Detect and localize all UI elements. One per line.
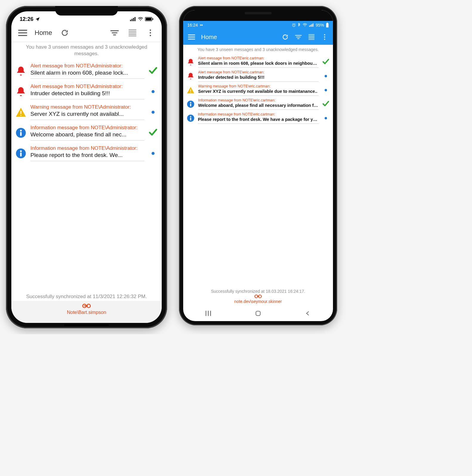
menu-button[interactable] (14, 26, 31, 39)
bell-icon (16, 86, 26, 97)
acknowledged-icon (322, 58, 329, 66)
android-nav-bar (183, 307, 333, 321)
svg-point-19 (150, 30, 151, 31)
message-text: Welcome aboard, please find all necessar… (198, 103, 318, 108)
battery-percent: 95% (316, 23, 324, 27)
message-body: Alert message from NOTE\eric.cartman:Sil… (198, 56, 319, 68)
message-status (148, 128, 158, 137)
svg-rect-69 (256, 311, 260, 315)
message-type-icon (15, 127, 27, 138)
list-lines-icon (128, 29, 137, 36)
recents-button[interactable] (205, 310, 212, 318)
message-status (148, 90, 158, 93)
info-icon (187, 114, 195, 122)
message-row[interactable]: Alert message from NOTE\eric.cartman:Int… (183, 68, 333, 82)
sync-indicator-icon (200, 23, 203, 27)
ios-home-indicator[interactable] (64, 324, 109, 326)
message-from: Warning message from NOTE\eric.cartman: (198, 84, 318, 88)
bell-icon (187, 72, 195, 80)
message-type-icon (15, 148, 27, 159)
samsung-device-frame: 16:24 95% Home (179, 6, 337, 325)
message-text: Server XYZ is currently not available du… (198, 89, 318, 94)
message-row[interactable]: Alert message from NOTE\Administrator:In… (11, 81, 162, 101)
message-row[interactable]: Information message from NOTE\Administra… (11, 122, 162, 142)
info-icon (187, 100, 195, 108)
message-body: Information message from NOTE\eric.cartm… (198, 98, 319, 110)
summary-text: You have 3 unseen messages and 3 unackno… (183, 45, 333, 54)
link-icon (82, 303, 91, 309)
menu-button[interactable] (185, 30, 198, 44)
hamburger-icon (188, 34, 195, 40)
message-row[interactable]: Warning message from NOTE\eric.cartman:S… (183, 82, 333, 96)
svg-rect-37 (311, 24, 312, 27)
list-lines-icon (308, 34, 315, 40)
more-button[interactable] (142, 26, 159, 39)
android-screen: 16:24 95% Home (183, 10, 333, 321)
message-type-icon (186, 86, 195, 94)
wifi-icon (138, 17, 143, 21)
message-type-icon (15, 86, 27, 97)
connection-link[interactable]: note.dev\seymour.skinner (183, 294, 333, 307)
message-row[interactable]: Information message from NOTE\eric.cartm… (183, 96, 333, 110)
connection-link[interactable]: Note\Bart.simpson (11, 303, 162, 315)
svg-point-34 (305, 26, 305, 27)
svg-rect-22 (21, 111, 21, 114)
more-button[interactable] (318, 30, 331, 44)
page-title: Home (32, 29, 55, 37)
filter-button[interactable] (106, 26, 123, 39)
kebab-icon (324, 34, 326, 40)
acknowledged-icon (322, 101, 329, 108)
message-from: Alert message from NOTE\Administrator: (30, 63, 143, 69)
battery-icon (145, 17, 153, 21)
message-status (148, 152, 158, 155)
svg-point-25 (20, 130, 22, 131)
android-message-list[interactable]: Alert message from NOTE\eric.cartman:Sil… (183, 54, 333, 124)
message-status (148, 111, 158, 114)
svg-rect-7 (152, 18, 153, 20)
svg-rect-56 (190, 92, 191, 93)
warning-icon (187, 86, 195, 94)
home-button[interactable] (255, 310, 261, 318)
svg-rect-0 (130, 20, 131, 21)
message-row[interactable]: Alert message from NOTE\Administrator:Si… (11, 60, 162, 81)
refresh-button[interactable] (56, 26, 73, 39)
back-button[interactable] (305, 310, 311, 318)
cellular-signal-icon (309, 23, 314, 27)
home-nav-icon (255, 310, 261, 317)
svg-point-58 (190, 102, 191, 103)
filter-button[interactable] (292, 30, 305, 44)
filter-icon (110, 30, 119, 36)
connection-label: Note\Bart.simpson (67, 310, 106, 315)
message-text: Please report to the front desk. We... (30, 152, 143, 158)
acknowledged-icon (149, 67, 158, 76)
unread-dot-icon (152, 111, 155, 114)
ios-footer: Note\Bart.simpson (11, 301, 162, 323)
ios-message-list[interactable]: Alert message from NOTE\Administrator:Si… (11, 60, 162, 227)
connection-label: note.dev\seymour.skinner (234, 299, 282, 304)
unread-dot-icon (325, 75, 327, 77)
message-body: Warning message from NOTE\Administrator:… (30, 104, 144, 120)
message-status (322, 117, 330, 119)
message-row[interactable]: Information message from NOTE\Administra… (11, 142, 162, 163)
message-row[interactable]: Alert message from NOTE\eric.cartman:Sil… (183, 54, 333, 68)
message-from: Alert message from NOTE\Administrator: (30, 84, 143, 90)
svg-rect-1 (132, 19, 132, 21)
bell-icon (187, 58, 195, 66)
message-from: Information message from NOTE\eric.cartm… (198, 112, 318, 116)
svg-point-20 (150, 32, 151, 34)
message-row[interactable]: Information message from NOTE\eric.cartm… (183, 110, 333, 124)
message-type-icon (15, 66, 27, 76)
svg-rect-40 (327, 23, 328, 23)
message-row[interactable]: Warning message from NOTE\Administrator:… (11, 101, 162, 122)
svg-rect-59 (190, 103, 191, 106)
message-type-icon (186, 100, 195, 108)
message-from: Information message from NOTE\eric.cartm… (198, 98, 318, 102)
message-from: Information message from NOTE\Administra… (30, 125, 143, 131)
message-body: Warning message from NOTE\eric.cartman:S… (198, 84, 319, 96)
density-button[interactable] (305, 30, 318, 44)
message-type-icon (186, 72, 195, 80)
density-button[interactable] (124, 26, 141, 39)
svg-rect-26 (20, 132, 21, 136)
refresh-button[interactable] (279, 30, 292, 44)
message-body: Information message from NOTE\Administra… (30, 145, 144, 161)
